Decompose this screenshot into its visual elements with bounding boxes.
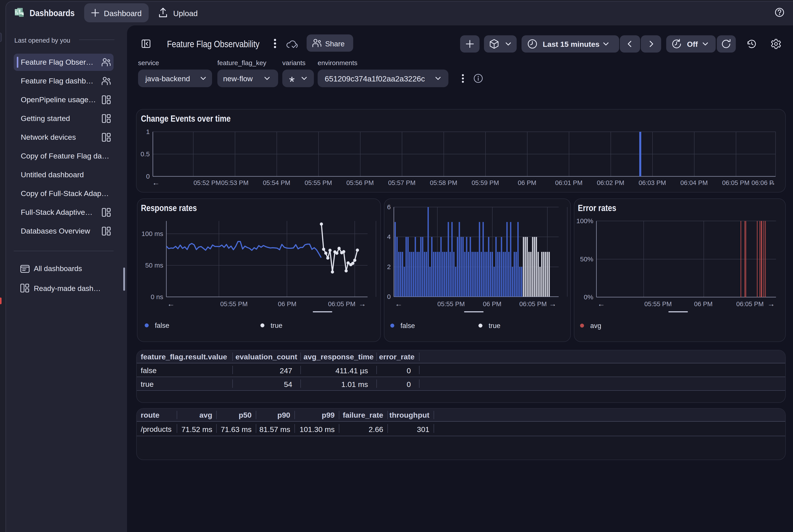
svg-text:06:03 PM: 06:03 PM [639,179,666,186]
svg-text:05:52 PM: 05:52 PM [193,179,221,186]
svg-text:100%: 100% [576,217,593,225]
svg-text:05:53 PM: 05:53 PM [221,179,248,186]
svg-text:100 ms: 100 ms [142,230,163,237]
svg-text:false: false [401,322,415,329]
svg-text:05:55 PM: 05:55 PM [220,300,247,307]
svg-text:→: → [768,178,776,187]
svg-text:true: true [271,322,282,329]
svg-text:→: → [549,300,556,308]
svg-text:05:55 PM: 05:55 PM [305,179,332,186]
svg-text:06:04 PM: 06:04 PM [680,179,708,186]
svg-text:05:54 PM: 05:54 PM [263,179,290,186]
svg-text:06 PM: 06 PM [694,300,713,307]
svg-text:06:05 PM: 06:05 PM [722,179,750,186]
svg-text:←: ← [152,178,160,187]
svg-text:06:05 PM: 06:05 PM [328,300,355,307]
svg-text:0.5: 0.5 [141,150,150,158]
svg-text:06:02 PM: 06:02 PM [597,179,624,186]
svg-text:→: → [768,300,775,308]
svg-text:0 ns: 0 ns [151,293,163,300]
svg-text:←: ← [395,300,403,308]
svg-text:0: 0 [387,293,391,300]
svg-text:05:57 PM: 05:57 PM [388,179,416,186]
svg-text:0%: 0% [584,293,593,301]
svg-text:4: 4 [387,233,391,241]
svg-text:05:55 PM: 05:55 PM [437,300,465,307]
svg-text:←: ← [597,300,605,308]
svg-text:05:58 PM: 05:58 PM [430,179,457,186]
svg-text:06 PM: 06 PM [518,179,536,186]
svg-text:50 ms: 50 ms [145,262,163,269]
svg-text:05:59 PM: 05:59 PM [472,179,499,186]
svg-text:true: true [488,322,500,329]
svg-text:05:56 PM: 05:56 PM [346,179,374,186]
svg-text:1: 1 [146,128,150,135]
svg-text:2: 2 [387,263,391,270]
svg-text:false: false [155,322,169,329]
svg-text:0: 0 [146,173,150,180]
svg-text:←: ← [167,300,175,308]
svg-text:avg: avg [590,322,601,329]
svg-text:06 PM: 06 PM [278,300,296,307]
svg-text:06 PM: 06 PM [483,300,501,307]
svg-text:06:01 PM: 06:01 PM [555,179,583,186]
svg-text:06:05 PM: 06:05 PM [519,300,547,307]
svg-text:→: → [358,300,366,308]
svg-text:05:55 PM: 05:55 PM [644,300,672,307]
svg-text:6: 6 [387,203,391,211]
svg-text:06:05 PM: 06:05 PM [736,300,763,307]
svg-text:50%: 50% [580,255,593,263]
